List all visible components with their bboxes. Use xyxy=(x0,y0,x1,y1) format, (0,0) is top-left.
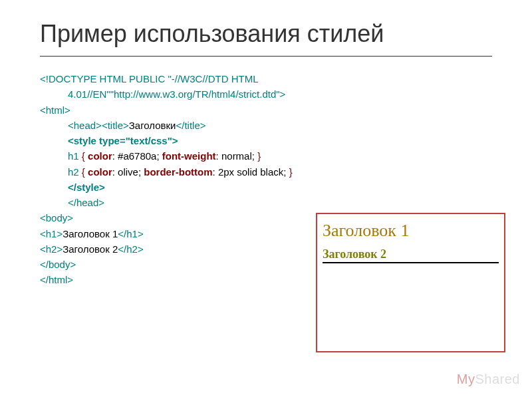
code-brace: } xyxy=(289,166,293,178)
code-val: : #a6780a; xyxy=(112,150,162,162)
preview-h1: Заголовок 1 xyxy=(323,221,499,241)
code-line: </html> xyxy=(40,274,73,285)
code-line: <!DOCTYPE HTML PUBLIC "-//W3C//DTD HTML xyxy=(40,73,259,84)
code-text: Заголовки xyxy=(129,120,176,131)
code-line: </body> xyxy=(40,259,76,270)
code-tag: <h2> xyxy=(40,243,63,255)
code-prop: color xyxy=(85,150,112,162)
code-prop: font-weight xyxy=(162,150,216,162)
code-tag: <head><title> xyxy=(68,120,129,131)
watermark-shared: Shared xyxy=(475,372,521,386)
code-tag: </h1> xyxy=(118,228,143,239)
code-tag: <h1> xyxy=(40,228,63,239)
code-selector: h1 xyxy=(68,150,82,162)
code-text: Заголовок 2 xyxy=(63,243,118,255)
code-val: : 2px solid black; xyxy=(213,166,289,178)
code-prop: border-bottom xyxy=(144,166,212,178)
code-tag: </h2> xyxy=(118,243,143,255)
code-val: : normal; xyxy=(216,150,258,162)
preview-h2: Заголовок 2 xyxy=(323,247,499,263)
code-val: : olive; xyxy=(112,166,144,178)
code-text: Заголовок 1 xyxy=(63,228,118,239)
code-line: </head> xyxy=(68,197,104,208)
slide-title: Пример использования стилей xyxy=(40,20,492,57)
code-prop: color xyxy=(85,166,112,178)
code-style-open: <style type="text/css"> xyxy=(68,135,178,146)
watermark-my: My xyxy=(457,372,475,386)
code-style-close: </style> xyxy=(68,182,105,193)
watermark: MyShared xyxy=(457,372,520,387)
code-selector: h2 xyxy=(68,166,82,178)
code-brace: } xyxy=(257,150,261,162)
code-tag: </title> xyxy=(176,120,206,131)
code-line: 4.01//EN""http://www.w3.org/TR/html4/str… xyxy=(68,88,285,100)
code-line: <body> xyxy=(40,212,73,223)
code-line: <html> xyxy=(40,104,70,116)
render-preview: Заголовок 1 Заголовок 2 xyxy=(316,213,505,352)
